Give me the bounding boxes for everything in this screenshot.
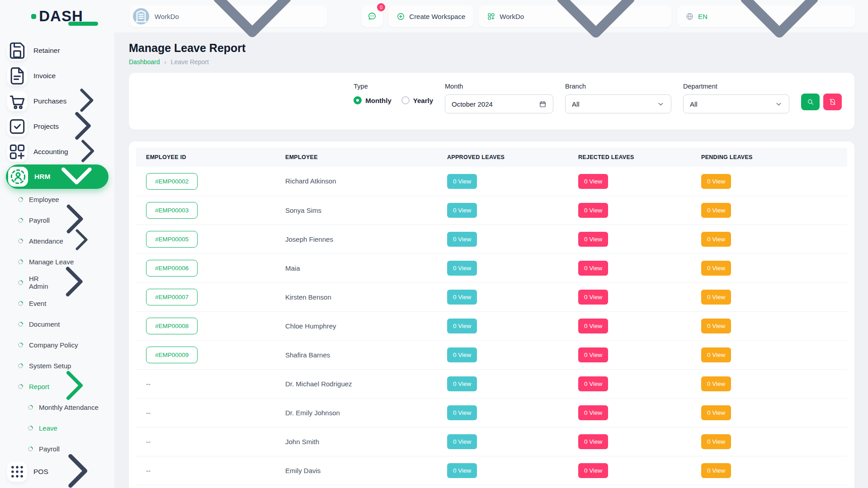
rejected-leaves-view-button[interactable]: 0 View [578,434,608,449]
approved-leaves-view-button[interactable]: 0 View [447,434,477,449]
sidebar-item-report[interactable]: Report [0,376,114,397]
sidebar-item-retainer[interactable]: Retainer [0,38,114,63]
pending-leaves-view-button[interactable]: 0 View [701,261,731,276]
employee-name-cell: Kirsten Benson [285,293,447,301]
sidebar-item-company-policy[interactable]: Company Policy [0,334,114,355]
search-button[interactable] [801,94,820,110]
approved-leaves-view-button[interactable]: 0 View [447,232,477,247]
approved-leaves-view-button[interactable]: 0 View [447,347,477,362]
pending-leaves-view-button[interactable]: 0 View [701,203,731,218]
month-input[interactable]: October 2024 [445,94,553,113]
rejected-leaves-view-button[interactable]: 0 View [578,405,608,420]
messages-count-badge: 0 [376,2,386,12]
workdo-menu-button[interactable]: WorkDo [479,5,672,27]
create-workspace-button[interactable]: Create Workspace [388,5,473,27]
employee-id-pill[interactable]: #EMP00003 [146,202,198,219]
employee-name-cell: Maia [285,264,447,272]
approved-leaves-view-button[interactable]: 0 View [447,319,477,333]
rejected-leaves-view-button[interactable]: 0 View [578,261,608,276]
approved-leaves-view-button[interactable]: 0 View [447,261,477,276]
table-row: #EMP00009Shafira Barnes0 View0 View0 Vie… [136,340,847,369]
employee-name: Dr. Emily Johnson [285,409,340,417]
employee-id-pill[interactable]: #EMP00007 [146,289,198,305]
pending-leaves-view-button[interactable]: 0 View [701,319,731,333]
employee-id-pill[interactable]: #EMP00006 [146,260,198,277]
rejected-leaves-view-button[interactable]: 0 View [578,319,608,333]
pending-leaves-view-button[interactable]: 0 View [701,290,731,305]
approved-leaves-view-button-cell: 0 View [447,261,578,276]
rejected-leaves-view-button[interactable]: 0 View [578,232,608,247]
sidebar-item-label: Company Policy [29,341,78,349]
pending-leaves-view-button[interactable]: 0 View [701,232,731,247]
topbar: DASH WorkDo 0 Create Workspace WorkDo EN [0,0,868,33]
sidebar-item-leave[interactable]: Leave [0,418,114,438]
employee-name: Emily Davis [285,467,321,474]
breadcrumb-separator: › [165,59,166,66]
radio-monthly[interactable]: Monthly [354,96,392,104]
workspace-selector[interactable]: WorkDo [130,5,327,27]
branch-select[interactable]: All [565,94,671,113]
col-rejected-leaves: REJECTED LEAVES [578,154,701,160]
employee-id-cell: #EMP00006 [136,260,285,277]
approved-leaves-view-button[interactable]: 0 View [447,290,477,305]
chevron-down-icon [657,100,665,108]
approved-leaves-view-button[interactable]: 0 View [447,405,477,420]
pending-leaves-view-button[interactable]: 0 View [701,434,731,449]
employee-id-empty: -- [146,467,151,474]
calendar-icon [539,100,547,108]
sidebar-item-hrm[interactable]: HRM [6,164,108,189]
employee-id-pill[interactable]: #EMP00005 [146,231,198,248]
sidebar-item-pos[interactable]: POS [0,459,114,484]
employee-name: Dr. Michael Rodriguez [285,380,352,388]
pending-leaves-view-button[interactable]: 0 View [701,174,731,189]
rejected-leaves-view-button[interactable]: 0 View [578,174,608,189]
brand-logo[interactable]: DASH [0,8,114,25]
radio-yearly[interactable]: Yearly [401,96,433,104]
approved-leaves-view-button[interactable]: 0 View [447,376,477,391]
table-row: #EMP00002Richard Atkinson0 View0 View0 V… [136,167,847,196]
sidebar-item-label: Attendance [29,237,63,245]
department-select[interactable]: All [683,94,789,113]
sidebar-item-document[interactable]: Document [0,314,114,334]
pending-leaves-view-button[interactable]: 0 View [701,405,731,420]
pending-leaves-view-button-cell: 0 View [701,405,847,420]
rejected-leaves-view-button[interactable]: 0 View [578,290,608,305]
rejected-leaves-view-button[interactable]: 0 View [578,203,608,218]
approved-leaves-view-button[interactable]: 0 View [447,174,477,189]
breadcrumb-dashboard-link[interactable]: Dashboard [129,58,160,66]
approved-leaves-view-button[interactable]: 0 View [447,463,477,478]
sidebar-item-label: Payroll [29,216,50,224]
rejected-leaves-view-button[interactable]: 0 View [578,376,608,391]
sidebar-item-hr-admin[interactable]: HR Admin [0,272,114,293]
month-filter-group: Month October 2024 [445,83,553,113]
logo-bar-icon [68,22,98,26]
pending-leaves-view-button[interactable]: 0 View [701,376,731,391]
table-row: #EMP00005Joseph Fiennes0 View0 View0 Vie… [136,225,847,253]
rejected-leaves-view-button-cell: 0 View [578,376,701,391]
employee-id-cell: #EMP00002 [136,173,285,190]
table-header-row: EMPLOYEE ID EMPLOYEE APPROVED LEAVES REJ… [136,148,847,167]
employee-id-cell: -- [136,438,285,446]
employee-name: Kirsten Benson [285,293,331,301]
pending-leaves-view-button[interactable]: 0 View [701,347,731,362]
rejected-leaves-view-button-cell: 0 View [578,174,701,189]
reset-filters-button[interactable] [823,94,842,110]
employee-id-pill[interactable]: #EMP00002 [146,173,198,190]
rejected-leaves-view-button[interactable]: 0 View [578,463,608,478]
employee-id-cell: -- [136,380,285,388]
chat-icon [367,11,377,21]
employee-id-cell: #EMP00007 [136,289,285,305]
messages-button[interactable]: 0 [361,5,383,27]
employee-id-empty: -- [146,380,151,388]
table-row: #EMP00007Kirsten Benson0 View0 View0 Vie… [136,282,847,311]
rejected-leaves-view-button[interactable]: 0 View [578,347,608,362]
language-selector[interactable]: EN [677,5,855,27]
pending-leaves-view-button[interactable]: 0 View [701,463,731,478]
sidebar-nav: RetainerInvoicePurchasesProjectsAccounti… [0,33,114,488]
employee-id-cell: -- [136,467,285,475]
approved-leaves-view-button[interactable]: 0 View [447,203,477,218]
table-row: --Dr. Emily Johnson0 View0 View0 View [136,398,847,427]
employee-id-pill[interactable]: #EMP00009 [146,347,198,363]
radio-selected-icon [354,96,362,104]
employee-id-pill[interactable]: #EMP00008 [146,318,198,334]
